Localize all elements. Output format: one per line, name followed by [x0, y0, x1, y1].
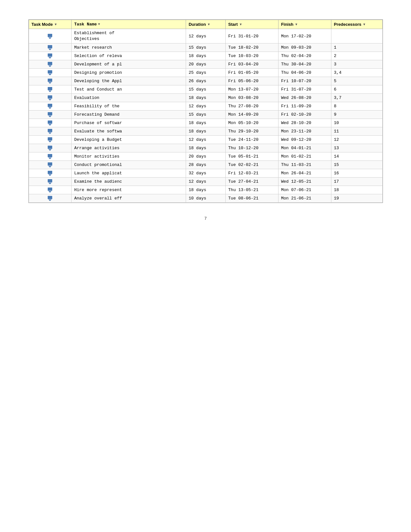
table-row[interactable]: Selection of releva18 daysTue 10-03-20Th… [29, 52, 382, 60]
predecessors-cell: 14 [331, 152, 382, 161]
table-row[interactable]: Conduct promotional28 daysTue 02-02-21Th… [29, 161, 382, 169]
task-mode-icon [48, 87, 52, 92]
predecessors-cell: 1 [331, 44, 382, 52]
finish-cell: Mon 26-04-21 [278, 169, 331, 178]
task-mode-icon [48, 188, 52, 193]
predecessors-cell: 19 [331, 194, 382, 203]
start-cell: Tue 24-11-20 [226, 136, 279, 144]
task-mode-cell [29, 44, 72, 52]
finish-cell: Mon 07-06-21 [278, 186, 331, 194]
start-cell: Tue 05-01-21 [226, 152, 279, 161]
task-mode-icon [48, 79, 52, 84]
task-mode-cell [29, 144, 72, 152]
col-header-start[interactable]: Start ▼ [226, 20, 279, 29]
predecessors-cell: 8 [331, 102, 382, 111]
table-row[interactable]: Analyze overall eff10 daysTue 08-06-21Mo… [29, 194, 382, 203]
task-name-cell: Monitor activities [72, 152, 186, 161]
task-name-cell: Purchase of softwar [72, 119, 186, 127]
task-name-cell: Developing the Appl [72, 77, 186, 85]
duration-cell: 18 days [186, 119, 226, 127]
task-name-dropdown-arrow[interactable]: ▼ [98, 23, 100, 26]
task-name-cell: Examine the audienc [72, 178, 186, 186]
duration-cell: 12 days [186, 178, 226, 186]
task-name-cell: Designing promotion [72, 69, 186, 77]
finish-cell: Mon 01-02-21 [278, 152, 331, 161]
task-mode-icon [48, 45, 52, 50]
task-name-cell: Launch the applicat [72, 169, 186, 178]
finish-cell: Wed 12-05-21 [278, 178, 331, 186]
task-mode-icon [48, 53, 52, 59]
task-mode-dropdown-arrow[interactable]: ▼ [54, 23, 57, 26]
task-mode-cell [29, 60, 72, 69]
task-mode-icon [48, 162, 52, 168]
col-header-duration[interactable]: Duration ▼ [186, 20, 226, 29]
start-cell: Mon 13-07-20 [226, 85, 279, 94]
table-row[interactable]: Launch the applicat32 daysFri 12-03-21Mo… [29, 169, 382, 178]
predecessors-dropdown-arrow[interactable]: ▼ [363, 23, 366, 26]
task-mode-icon [48, 34, 52, 39]
finish-cell: Mon 23-11-20 [278, 127, 331, 136]
finish-cell: Thu 04-06-20 [278, 69, 331, 77]
table-row[interactable]: Test and Conduct an15 daysMon 13-07-20Fr… [29, 85, 382, 94]
table-row[interactable]: Purchase of softwar18 daysMon 05-10-20We… [29, 119, 382, 127]
predecessors-cell: 17 [331, 178, 382, 186]
table-row[interactable]: Feasibility of the12 daysThu 27-08-20Fri… [29, 102, 382, 111]
table-row[interactable]: Developing the Appl26 daysFri 05-06-20Fr… [29, 77, 382, 85]
predecessors-cell: 2 [331, 52, 382, 60]
col-header-task-mode[interactable]: Task Mode ▼ [29, 20, 72, 29]
col-header-predecessors[interactable]: Predecessors ▼ [331, 20, 382, 29]
table-row[interactable]: Establishment of Objectives12 daysFri 31… [29, 29, 382, 44]
task-table-wrapper: Task Mode ▼ Task Name ▼ Duration ▼ [28, 19, 383, 203]
table-row[interactable]: Forecasting Demand15 daysMon 14-09-20Fri… [29, 111, 382, 119]
finish-cell: Mon 21-06-21 [278, 194, 331, 203]
table-header-row: Task Mode ▼ Task Name ▼ Duration ▼ [29, 20, 382, 29]
table-row[interactable]: Evaluate the softwa18 daysThu 29-10-20Mo… [29, 127, 382, 136]
task-mode-cell [29, 186, 72, 194]
table-row[interactable]: Arrange activities18 daysThu 10-12-20Mon… [29, 144, 382, 152]
duration-dropdown-arrow[interactable]: ▼ [207, 23, 210, 26]
table-row[interactable]: Evaluation18 daysMon 03-08-20Wed 26-08-2… [29, 94, 382, 102]
table-row[interactable]: Market research15 daysTue 18-02-20Mon 09… [29, 44, 382, 52]
predecessors-cell: 18 [331, 186, 382, 194]
predecessors-cell: 6 [331, 85, 382, 94]
finish-dropdown-arrow[interactable]: ▼ [295, 23, 298, 26]
table-row[interactable]: Designing promotion25 daysFri 01-05-20Th… [29, 69, 382, 77]
duration-cell: 18 days [186, 127, 226, 136]
duration-cell: 18 days [186, 186, 226, 194]
table-row[interactable]: Hire more represent18 daysThu 13-05-21Mo… [29, 186, 382, 194]
task-mode-icon [48, 129, 52, 134]
table-row[interactable]: Development of a pl20 daysFri 03-04-20Th… [29, 60, 382, 69]
start-cell: Fri 01-05-20 [226, 69, 279, 77]
duration-cell: 15 days [186, 111, 226, 119]
task-mode-icon [48, 146, 52, 151]
duration-cell: 18 days [186, 52, 226, 60]
task-mode-cell [29, 169, 72, 178]
duration-cell: 28 days [186, 161, 226, 169]
start-dropdown-arrow[interactable]: ▼ [239, 23, 242, 26]
col-header-finish[interactable]: Finish ▼ [278, 20, 331, 29]
finish-cell: Mon 04-01-21 [278, 144, 331, 152]
predecessors-cell: 11 [331, 127, 382, 136]
duration-cell: 20 days [186, 152, 226, 161]
task-name-cell: Conduct promotional [72, 161, 186, 169]
predecessors-cell: 15 [331, 161, 382, 169]
table-row[interactable]: Examine the audienc12 daysTue 27-04-21We… [29, 178, 382, 186]
predecessors-cell: 9 [331, 111, 382, 119]
finish-cell: Fri 11-09-20 [278, 102, 331, 111]
table-row[interactable]: Monitor activities20 daysTue 05-01-21Mon… [29, 152, 382, 161]
duration-cell: 12 days [186, 29, 226, 44]
start-cell: Fri 12-03-21 [226, 169, 279, 178]
col-header-task-name[interactable]: Task Name ▼ [72, 20, 186, 29]
table-row[interactable]: Developing a Budget12 daysTue 24-11-20We… [29, 136, 382, 144]
task-name-cell: Analyze overall eff [72, 194, 186, 203]
finish-cell: Wed 26-08-20 [278, 94, 331, 102]
task-mode-cell [29, 152, 72, 161]
task-mode-icon [48, 196, 52, 201]
task-name-cell: Market research [72, 44, 186, 52]
page-number: 7 [204, 216, 207, 221]
start-cell: Mon 03-08-20 [226, 94, 279, 102]
start-cell: Fri 31-01-20 [226, 29, 279, 44]
predecessors-cell: 12 [331, 136, 382, 144]
task-mode-cell [29, 119, 72, 127]
task-name-cell: Arrange activities [72, 144, 186, 152]
